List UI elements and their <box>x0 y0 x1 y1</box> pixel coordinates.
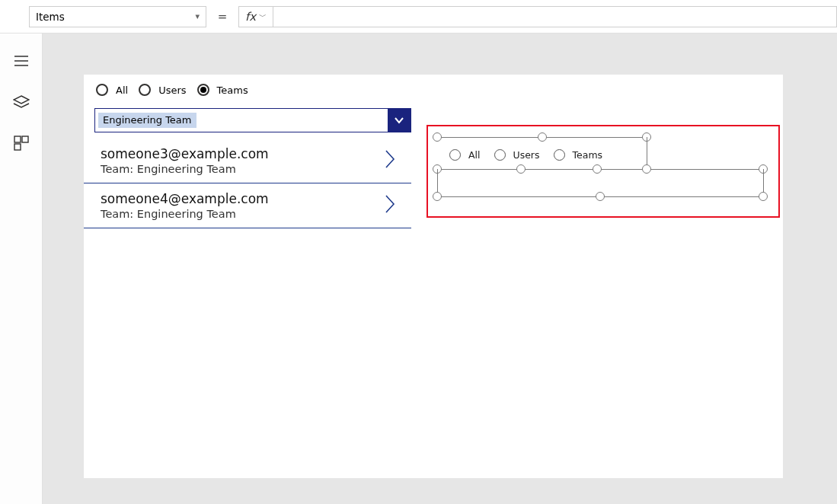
resize-handle[interactable] <box>596 192 605 201</box>
radio-option-users[interactable]: Users <box>494 149 540 161</box>
app-canvas[interactable]: All Users Teams Engineering Team <box>84 75 783 478</box>
radio-icon <box>197 84 209 96</box>
filter-radio-group[interactable]: All Users Teams <box>96 84 248 96</box>
resize-handle[interactable] <box>538 132 547 142</box>
radio-option-all[interactable]: All <box>449 149 481 161</box>
chevron-down-icon: ﹀ <box>259 11 267 22</box>
layers-icon[interactable] <box>12 94 30 110</box>
radio-label: Teams <box>217 85 248 96</box>
equals-sign: = <box>206 10 238 24</box>
radio-option-teams[interactable]: Teams <box>554 149 603 161</box>
chevron-right-icon <box>384 149 396 172</box>
components-icon[interactable] <box>12 136 30 151</box>
selection-frame[interactable]: All Users Teams <box>426 125 780 218</box>
radio-label: Users <box>158 85 186 96</box>
resize-handle[interactable] <box>593 164 602 174</box>
svg-rect-1 <box>22 136 28 142</box>
radio-icon <box>139 84 151 96</box>
list-item-subtitle: Team: Engineering Team <box>101 208 384 220</box>
resize-handle[interactable] <box>759 192 768 201</box>
list-item[interactable]: someone4@example.com Team: Engineering T… <box>84 183 411 228</box>
radio-label: Teams <box>573 149 603 161</box>
resize-handle[interactable] <box>433 132 442 142</box>
resize-handle[interactable] <box>642 164 651 174</box>
fx-button[interactable]: fx ﹀ <box>238 6 273 27</box>
radio-icon <box>96 84 108 96</box>
chevron-down-icon: ▾ <box>195 11 200 21</box>
results-gallery: someone3@example.com Team: Engineering T… <box>84 139 411 228</box>
list-item[interactable]: someone3@example.com Team: Engineering T… <box>84 139 411 183</box>
radio-label: Users <box>513 149 540 161</box>
svg-rect-0 <box>14 136 21 142</box>
formula-bar: Items ▾ = fx ﹀ <box>0 0 837 33</box>
list-item-subtitle: Team: Engineering Team <box>101 163 384 175</box>
list-item-title: someone3@example.com <box>101 146 384 161</box>
resize-handle[interactable] <box>516 164 526 174</box>
dropdown-selected-value: Engineering Team <box>98 113 196 128</box>
hamburger-icon[interactable] <box>12 53 30 69</box>
design-radio-group[interactable]: All Users Teams <box>449 149 602 161</box>
design-stage: All Users Teams Engineering Team <box>43 33 837 504</box>
radio-label: All <box>116 85 128 96</box>
left-tool-rail <box>0 33 43 504</box>
radio-option-all[interactable]: All <box>96 84 128 96</box>
radio-option-teams[interactable]: Teams <box>197 84 248 96</box>
radio-icon <box>494 149 506 161</box>
radio-option-users[interactable]: Users <box>139 84 186 96</box>
svg-rect-2 <box>14 144 21 150</box>
radio-icon <box>449 149 461 161</box>
formula-input[interactable] <box>273 6 837 27</box>
radio-label: All <box>468 149 481 161</box>
radio-icon <box>554 149 565 161</box>
team-dropdown[interactable]: Engineering Team <box>94 108 411 132</box>
resize-handle[interactable] <box>433 192 442 201</box>
list-item-title: someone4@example.com <box>101 191 384 206</box>
editor-shell: All Users Teams Engineering Team <box>0 33 837 504</box>
property-dropdown[interactable]: Items ▾ <box>29 6 206 27</box>
dropdown-toggle-button[interactable] <box>388 108 411 132</box>
property-dropdown-value: Items <box>36 11 65 23</box>
fx-label: fx <box>245 10 256 24</box>
chevron-right-icon <box>384 194 396 217</box>
